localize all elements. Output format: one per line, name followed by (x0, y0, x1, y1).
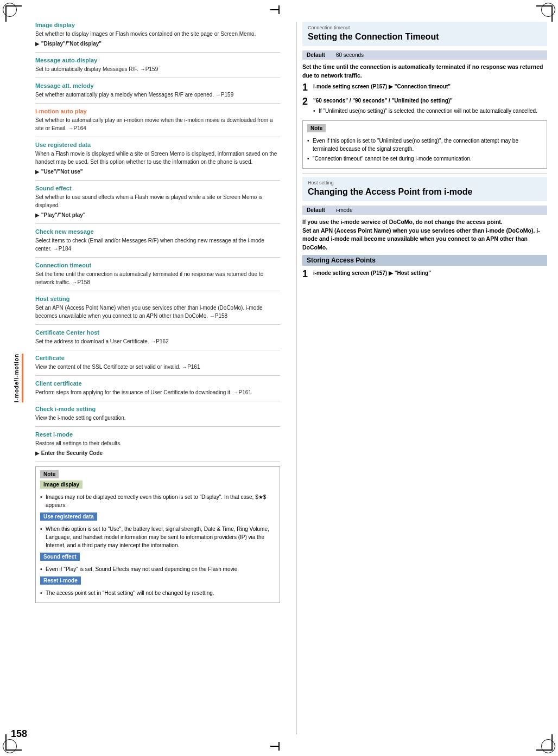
section-title-reset-imode: Reset i-mode (35, 431, 280, 438)
page-container: 158 i-mode/i-motion Image display Set wh… (0, 0, 558, 756)
section-title-image-display: Image display (35, 22, 280, 28)
note-header-left: Note (40, 470, 59, 478)
section-body-check-imode: View the i-mode setting configuration. (35, 414, 280, 422)
main-layout: Image display Set whether to display ima… (0, 0, 558, 756)
connection-default-label: Default (307, 52, 325, 58)
connection-note-bullets: Even if this option is set to "Unlimited… (307, 137, 542, 163)
connection-step-1: 1 i-mode setting screen (P157) ▶ "Connec… (302, 82, 547, 93)
note-bullets-sound-effect: Even if "Play" is set, Sound Effects may… (40, 565, 275, 573)
section-host-setting: Host setting Set an APN (Access Point Na… (35, 296, 280, 325)
host-default-label: Default (307, 207, 325, 213)
section-client-cert: Client certificate Perform steps from ap… (35, 380, 280, 401)
host-default-value: i-mode (336, 207, 353, 213)
section-imotion-auto: i-motion auto play Set whether to automa… (35, 108, 280, 137)
section-check-new-message: Check new message Select items to check … (35, 228, 280, 258)
step-num-2: 2 (302, 97, 310, 117)
connection-timeout-default-row: Default 60 seconds (302, 50, 547, 60)
arrow-security: ▶ Enter the Security Code (35, 449, 280, 457)
section-title-message-melody: Message att. melody (35, 82, 280, 89)
section-title-check-imode: Check i-mode setting (35, 406, 280, 412)
note-label-reset-imode: Reset i-mode (40, 576, 81, 585)
note-sound-effect: Sound effect Even if "Play" is set, Soun… (40, 553, 275, 573)
note-label-use-registered: Use registered data (40, 512, 97, 521)
note-section-right-1: Note Even if this option is set to "Unli… (302, 120, 547, 169)
section-image-display: Image display Set whether to display ima… (35, 22, 280, 53)
section-body-reset-imode: Restore all settings to their defaults. … (35, 439, 280, 457)
arrow-play: ▶ "Play"/"Not play" (35, 211, 280, 219)
note-reset-imode: Reset i-mode The access point set in "Ho… (40, 576, 275, 597)
arrow-display: ▶ "Display"/"Not display" (35, 40, 280, 48)
section-body-imotion-auto: Set whether to automatically play an i-m… (35, 116, 280, 132)
note-bullets-reset-imode: The access point set in "Host setting" w… (40, 589, 275, 597)
section-use-registered: Use registered data When a Flash movie i… (35, 142, 280, 181)
section-connection-timeout: Connection timeout Set the time until th… (35, 262, 280, 291)
section-body-check-new-message: Select items to check (Email and/or Mess… (35, 236, 280, 253)
note-bullet-reset-1: The access point set in "Host setting" w… (40, 589, 275, 597)
connection-step-2: 2 "60 seconds" / "90 seconds" / "Unlimit… (302, 97, 547, 117)
host-setting-box: Host setting Changing the Access Point f… (302, 177, 547, 201)
section-message-melody: Message att. melody Set whether automati… (35, 82, 280, 104)
note-bullets-use-registered: When this option is set to "Use", the ba… (40, 525, 275, 549)
connection-timeout-heading: Setting the Connection Timeout (308, 31, 542, 43)
section-body-connection-timeout: Set the time until the connection is aut… (35, 270, 280, 286)
step-text-1: i-mode setting screen (P157) ▶ "Connecti… (313, 82, 451, 93)
note-label-image-display: Image display (40, 480, 83, 489)
storing-bar: Storing Access Points (302, 255, 547, 266)
note-header-right-1: Note (307, 124, 326, 132)
host-setting-heading: Changing the Access Point from i-mode (308, 187, 542, 198)
section-title-imotion-auto: i-motion auto play (35, 108, 280, 114)
host-step-1: 1 i-mode setting screen (P157) ▶ "Host s… (302, 269, 547, 280)
note-image-display: Image display Images may not be displaye… (40, 480, 275, 509)
connection-default-value: 60 seconds (336, 52, 364, 58)
step-num-1: 1 (302, 82, 310, 93)
step2-bullets: If "Unlimited use(no setting)" is select… (313, 107, 537, 115)
section-body-use-registered: When a Flash movie is displayed while a … (35, 150, 280, 176)
section-body-sound-effect: Set whether to use sound effects when a … (35, 193, 280, 219)
section-body-certificate: View the content of the SSL Certificate … (35, 363, 280, 371)
host-setting-label: Host setting (308, 180, 542, 185)
note-bullet-image-display-1: Images may not be displayed correctly ev… (40, 493, 275, 509)
connection-note-1: Even if this option is set to "Unlimited… (307, 137, 542, 153)
host-setting-intro-bold: If you use the i-mode service of DoCoMo,… (302, 218, 547, 252)
section-title-use-registered: Use registered data (35, 142, 280, 148)
section-reset-imode: Reset i-mode Restore all settings to the… (35, 431, 280, 462)
section-title-host-setting: Host setting (35, 296, 280, 302)
section-title-client-cert: Client certificate (35, 380, 280, 387)
section-title-message-auto: Message auto-display (35, 57, 280, 63)
left-column: Image display Set whether to display ima… (35, 22, 286, 734)
arrow-use: ▶ "Use"/"Not use" (35, 168, 280, 176)
section-title-connection-timeout: Connection timeout (35, 262, 280, 268)
section-title-certificate: Certificate (35, 355, 280, 361)
section-message-auto: Message auto-display Set to automaticall… (35, 57, 280, 78)
connection-timeout-label: Connection timeout (308, 25, 542, 30)
note-use-registered: Use registered data When this option is … (40, 512, 275, 549)
content-area: Image display Set whether to display ima… (35, 22, 547, 734)
note-label-sound-effect: Sound effect (40, 553, 80, 561)
connection-timeout-intro: Set the time until the connection is aut… (302, 63, 547, 80)
connection-note-2: "Connection timeout" cannot be set durin… (307, 155, 542, 163)
note-bullet-sound-effect-1: Even if "Play" is set, Sound Effects may… (40, 565, 275, 573)
section-title-sound-effect: Sound effect (35, 185, 280, 191)
divider-1 (302, 173, 547, 174)
section-body-image-display: Set whether to display images or Flash m… (35, 30, 280, 48)
section-title-check-new-message: Check new message (35, 228, 280, 235)
note-section-left: Note Image display Images may not be dis… (35, 466, 280, 603)
section-body-message-melody: Set whether automatically play a melody … (35, 91, 280, 99)
section-body-cert-center-host: Set the address to download a User Certi… (35, 337, 280, 345)
right-column: Connection timeout Setting the Connectio… (296, 22, 547, 734)
section-body-message-auto: Set to automatically display Messages R/… (35, 65, 280, 73)
step2-bullet-1: If "Unlimited use(no setting)" is select… (313, 107, 537, 115)
connection-timeout-box: Connection timeout Setting the Connectio… (302, 22, 547, 46)
section-body-host-setting: Set an APN (Access Point Name) when you … (35, 304, 280, 320)
section-title-cert-center-host: Certificate Center host (35, 329, 280, 336)
section-check-imode: Check i-mode setting View the i-mode set… (35, 406, 280, 427)
step-text-2: "60 seconds" / "90 seconds" / "Unlimited… (313, 97, 537, 117)
host-step-text-1: i-mode setting screen (P157) ▶ "Host set… (313, 269, 431, 280)
note-bullet-use-registered-1: When this option is set to "Use", the ba… (40, 525, 275, 549)
host-step-num-1: 1 (302, 269, 310, 280)
section-sound-effect: Sound effect Set whether to use sound ef… (35, 185, 280, 224)
host-setting-default-row: Default i-mode (302, 206, 547, 215)
section-body-client-cert: Perform steps from applying for the issu… (35, 388, 280, 396)
section-certificate: Certificate View the content of the SSL … (35, 355, 280, 376)
note-bullets-image-display: Images may not be displayed correctly ev… (40, 493, 275, 509)
